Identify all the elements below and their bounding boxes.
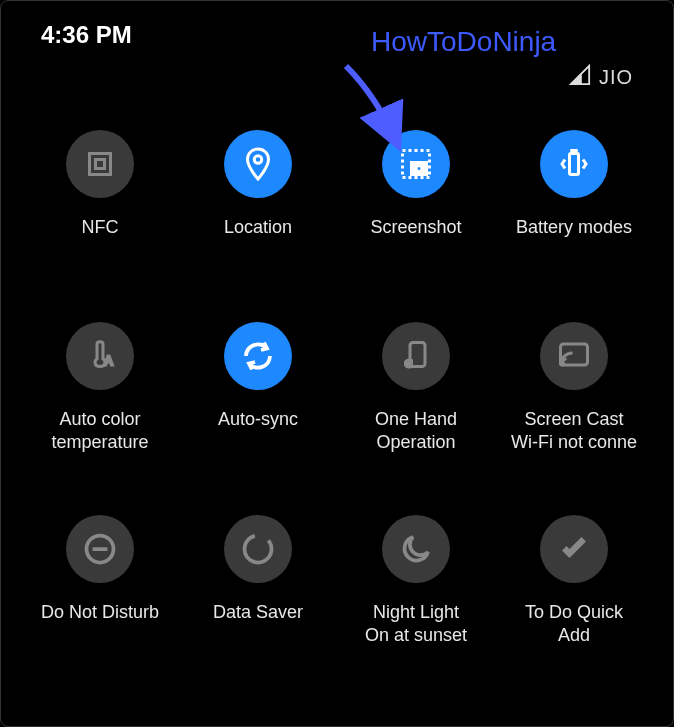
svg-rect-1 [90, 154, 111, 175]
tile-one-hand-operation[interactable]: One HandOperation [337, 322, 495, 455]
tile-data-saver[interactable]: Data Saver [179, 515, 337, 648]
quick-settings-grid: NFC Location Screenshot Battery modes A … [1, 110, 673, 668]
tile-screen-cast[interactable]: Screen CastWi-Fi not conne [495, 322, 653, 455]
tile-nfc[interactable]: NFC [21, 130, 179, 262]
watermark-text: HowToDoNinja [371, 26, 556, 58]
battery-icon [540, 130, 608, 198]
tile-label: Auto-sync [218, 408, 298, 454]
tile-label: NFC [82, 216, 119, 262]
status-bar: 4:36 PM [1, 1, 673, 59]
tile-label: To Do QuickAdd [525, 601, 623, 648]
tile-night-light[interactable]: Night LightOn at sunset [337, 515, 495, 648]
tile-label: Night LightOn at sunset [365, 601, 467, 648]
moon-icon [382, 515, 450, 583]
svg-point-12 [561, 362, 564, 365]
location-icon [224, 130, 292, 198]
one-hand-icon [382, 322, 450, 390]
check-icon [540, 515, 608, 583]
tile-do-not-disturb[interactable]: Do Not Disturb [21, 515, 179, 648]
nfc-icon [66, 130, 134, 198]
signal-icon [569, 64, 591, 90]
tile-label: Data Saver [213, 601, 303, 647]
sync-icon [224, 322, 292, 390]
tile-battery-modes[interactable]: Battery modes [495, 130, 653, 262]
svg-rect-8 [572, 151, 577, 154]
tile-label: Auto colortemperature [51, 408, 148, 455]
tile-location[interactable]: Location [179, 130, 337, 262]
svg-point-15 [245, 535, 272, 562]
carrier-label: JIO [599, 66, 633, 89]
tile-auto-color-temperature[interactable]: A Auto colortemperature [21, 322, 179, 455]
tile-label: Location [224, 216, 292, 262]
svg-rect-2 [96, 160, 105, 169]
tile-auto-sync[interactable]: Auto-sync [179, 322, 337, 455]
data-saver-icon [224, 515, 292, 583]
svg-point-3 [254, 156, 262, 164]
carrier-row: JIO [1, 59, 673, 110]
svg-point-6 [416, 166, 422, 172]
svg-rect-7 [570, 154, 579, 175]
cast-icon [540, 322, 608, 390]
tile-label: Screen CastWi-Fi not conne [511, 408, 637, 455]
tile-label: Do Not Disturb [41, 601, 159, 647]
thermometer-icon: A [66, 322, 134, 390]
svg-text:A: A [105, 354, 113, 368]
dnd-icon [66, 515, 134, 583]
screenshot-icon [382, 130, 450, 198]
tile-screenshot[interactable]: Screenshot [337, 130, 495, 262]
tile-todo-quick-add[interactable]: To Do QuickAdd [495, 515, 653, 648]
tile-label: Battery modes [516, 216, 632, 262]
tile-label: Screenshot [370, 216, 461, 262]
time-label: 4:36 PM [41, 21, 132, 49]
tile-label: One HandOperation [375, 408, 457, 455]
